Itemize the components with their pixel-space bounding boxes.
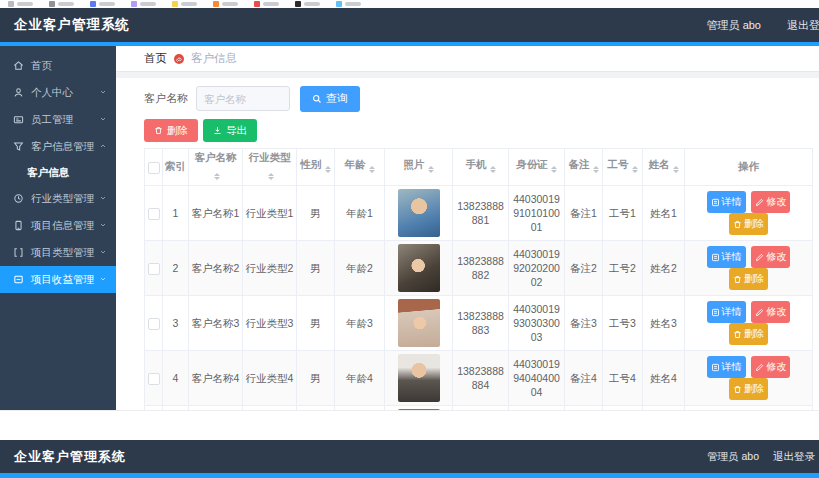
- export-button-label: 导出: [226, 124, 247, 138]
- bookmark-item[interactable]: [8, 1, 33, 7]
- chevron-down-icon: [99, 248, 107, 256]
- table-row: 1 客户名称1 行业类型1 男 年龄1 13823888881 44030019…: [145, 186, 813, 241]
- bookmark-label: [99, 2, 115, 6]
- cell-person-name: 姓名4: [643, 351, 685, 406]
- sidebar-item-customer-info-management[interactable]: 客户信息管理: [0, 133, 116, 160]
- logout-link[interactable]: 退出登录: [773, 450, 815, 464]
- delete-button[interactable]: 删除: [729, 268, 768, 290]
- row-checkbox[interactable]: [148, 318, 160, 330]
- bookmark-item[interactable]: [90, 1, 115, 7]
- delete-button[interactable]: 删除: [729, 213, 768, 235]
- sidebar-item-home[interactable]: 首页: [0, 52, 116, 79]
- app-title: 企业客户管理系统: [14, 448, 126, 466]
- table-row: [145, 406, 813, 411]
- trash-icon: [733, 330, 742, 339]
- cell-age: 年龄4: [335, 351, 385, 406]
- sidebar-item-label: 个人中心: [31, 86, 73, 100]
- bookmark-favicon: [172, 1, 178, 7]
- footer-header-right: 管理员 abo 退出登录: [707, 450, 815, 464]
- column-header-industry-type[interactable]: 行业类型: [243, 149, 297, 186]
- pencil-icon: [755, 308, 764, 317]
- row-checkbox[interactable]: [148, 263, 160, 275]
- breadcrumb-current: 客户信息: [191, 51, 237, 66]
- chevron-down-icon: [99, 115, 107, 123]
- column-header-person-name[interactable]: 姓名: [643, 149, 685, 186]
- column-header-photo[interactable]: 照片: [385, 149, 453, 186]
- customer-name-input[interactable]: [196, 86, 290, 111]
- cell-id-card: [509, 406, 565, 411]
- sidebar-item-staff-management[interactable]: 员工管理: [0, 106, 116, 133]
- query-button[interactable]: 查询: [300, 86, 360, 112]
- sort-icon: [369, 163, 375, 176]
- chevron-down-icon: [99, 221, 107, 229]
- chevron-down-icon: [99, 275, 107, 283]
- sidebar-item-label: 项目类型管理: [31, 246, 94, 260]
- column-header-phone[interactable]: 手机: [453, 149, 509, 186]
- column-header-id-card[interactable]: 身份证: [509, 149, 565, 186]
- delete-button[interactable]: 删除: [729, 378, 768, 400]
- document-icon: [711, 363, 720, 372]
- cell-customer-name: 客户名称2: [189, 241, 243, 296]
- detail-button[interactable]: 详情: [707, 191, 746, 213]
- bookmark-item[interactable]: [336, 1, 361, 7]
- export-button[interactable]: 导出: [203, 119, 257, 142]
- column-header-work-no[interactable]: 工号: [603, 149, 643, 186]
- bookmark-item[interactable]: [295, 1, 320, 7]
- logout-link[interactable]: 退出登录: [787, 18, 819, 33]
- column-header-gender[interactable]: 性别: [297, 149, 335, 186]
- detail-button[interactable]: 详情: [707, 301, 746, 323]
- document-icon: [711, 198, 720, 207]
- sidebar-item-project-income-management[interactable]: 项目收益管理: [0, 266, 116, 293]
- pencil-icon: [755, 198, 764, 207]
- column-header-age[interactable]: 年龄: [335, 149, 385, 186]
- select-all-checkbox[interactable]: [148, 162, 160, 174]
- query-button-label: 查询: [326, 91, 348, 106]
- cell-person-name: 姓名2: [643, 241, 685, 296]
- bookmark-favicon: [336, 1, 342, 7]
- bookmark-item[interactable]: [131, 1, 156, 7]
- edit-button[interactable]: 修改: [751, 356, 790, 378]
- bookmark-item[interactable]: [172, 1, 197, 7]
- detail-button[interactable]: 详情: [707, 356, 746, 378]
- sidebar-item-project-type-management[interactable]: 项目类型管理: [0, 239, 116, 266]
- cell-work-no: 工号3: [603, 296, 643, 351]
- column-header-customer-name[interactable]: 客户名称: [189, 149, 243, 186]
- row-checkbox[interactable]: [148, 208, 160, 220]
- cell-index: 2: [163, 241, 189, 296]
- edit-button[interactable]: 修改: [751, 301, 790, 323]
- sidebar-subitem-customer-info[interactable]: 客户信息: [0, 160, 116, 185]
- edit-button[interactable]: 修改: [751, 246, 790, 268]
- trash-icon: [154, 126, 163, 135]
- cell-customer-name: [189, 406, 243, 411]
- sidebar-item-personal-center[interactable]: 个人中心: [0, 79, 116, 106]
- screen: 企业客户管理系统 管理员 abo 退出登录 首页 个人中心 员工管理: [0, 0, 819, 478]
- cell-id-card: 440300199101010001: [509, 186, 565, 241]
- bookmark-item[interactable]: [254, 1, 279, 7]
- breadcrumb-home-link[interactable]: 首页: [144, 51, 167, 66]
- cell-remark: 备注3: [565, 296, 603, 351]
- sidebar-item-industry-type-management[interactable]: 行业类型管理: [0, 185, 116, 212]
- cell-id-card: 440300199303030003: [509, 296, 565, 351]
- cell-index: 3: [163, 296, 189, 351]
- cell-phone: [453, 406, 509, 411]
- cell-customer-name: 客户名称4: [189, 351, 243, 406]
- cell-phone: 13823888883: [453, 296, 509, 351]
- project-type-icon: [13, 247, 24, 258]
- chevron-up-icon: [99, 142, 107, 150]
- sort-icon: [268, 170, 274, 183]
- delete-button[interactable]: 删除: [729, 323, 768, 345]
- cell-remark: 备注4: [565, 351, 603, 406]
- sort-icon: [325, 163, 331, 176]
- delete-selected-button[interactable]: 删除: [144, 119, 198, 142]
- filter-icon: [13, 141, 24, 152]
- main-content: 首页 客户信息 客户名称 查询 删除: [116, 46, 819, 410]
- bookmark-item[interactable]: [213, 1, 238, 7]
- row-checkbox[interactable]: [148, 373, 160, 385]
- sidebar: 首页 个人中心 员工管理 客户信息管理 客户信息 行业: [0, 46, 116, 410]
- column-header-remark[interactable]: 备注: [565, 149, 603, 186]
- detail-button[interactable]: 详情: [707, 246, 746, 268]
- sidebar-item-project-info-management[interactable]: 项目信息管理: [0, 212, 116, 239]
- bookmark-item[interactable]: [49, 1, 74, 7]
- edit-button[interactable]: 修改: [751, 191, 790, 213]
- header-right: 管理员 abo 退出登录: [707, 18, 819, 33]
